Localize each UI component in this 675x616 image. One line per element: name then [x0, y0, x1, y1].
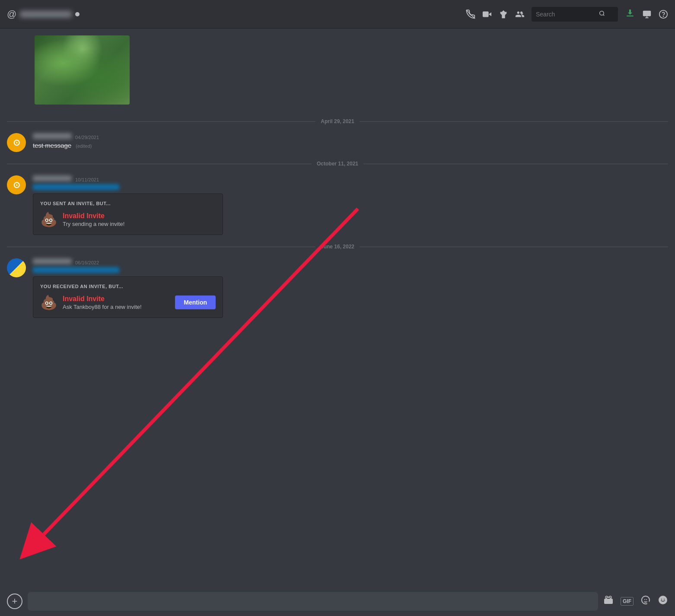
invite-sub-text-sent: Try sending a new invite!	[63, 221, 216, 227]
invalid-invite-text-received: Invalid Invite	[63, 295, 170, 303]
message-content-june: 06/16/2022 YOU RECEIVED AN INVITE, BUT..…	[33, 258, 668, 318]
message-link-october	[33, 184, 119, 190]
edited-label: (edited)	[76, 143, 92, 149]
username-april	[33, 133, 72, 139]
image-thumbnail[interactable]	[35, 35, 130, 105]
search-bar[interactable]	[532, 7, 618, 22]
timestamp-october: 10/11/2021	[75, 177, 99, 182]
download-icon[interactable]	[625, 8, 635, 21]
gif-button[interactable]: GIF	[621, 597, 634, 606]
svg-point-14	[659, 596, 667, 604]
invite-sub-text-received: Ask Tankboy88 for a new invite!	[63, 304, 170, 310]
date-divider-text-june: June 16, 2022	[315, 244, 360, 250]
top-bar: @	[0, 0, 675, 29]
sticker-icon[interactable]	[640, 595, 651, 608]
avatar-june	[7, 258, 26, 277]
video-icon[interactable]	[482, 10, 492, 19]
status-dot	[75, 12, 80, 16]
monitor-icon[interactable]	[642, 10, 652, 19]
input-actions: GIF	[603, 595, 668, 608]
divider-line-left	[7, 121, 315, 122]
svg-rect-5	[627, 16, 634, 16]
invalid-invite-text-sent: Invalid Invite	[63, 212, 216, 220]
date-divider-text: April 29, 2021	[315, 118, 359, 124]
voice-call-icon[interactable]	[466, 10, 475, 19]
message-header-october: 10/11/2021	[33, 175, 668, 182]
divider-line-left-oct	[7, 164, 312, 164]
divider-line-right-oct	[363, 164, 668, 164]
timestamp-april: 04/29/2021	[75, 135, 99, 140]
timestamp-june: 06/16/2022	[75, 260, 99, 265]
svg-rect-2	[483, 11, 489, 17]
invite-card-sent: YOU SENT AN INVITE, BUT... 💩 Invalid Inv…	[33, 194, 223, 235]
discord-logo-icon-oct: ⊙	[13, 180, 20, 190]
emoji-icon[interactable]	[658, 595, 668, 608]
username-october	[33, 175, 72, 181]
message-text-april: test message	[33, 142, 71, 149]
date-divider-june-2022: June 16, 2022	[0, 240, 675, 253]
message-header-june: 06/16/2022	[33, 258, 668, 265]
avatar-october: ⊙	[7, 175, 26, 194]
date-divider-april-2021: April 29, 2021	[0, 115, 675, 128]
svg-line-4	[603, 15, 605, 16]
poop-icon-sent: 💩	[40, 211, 57, 228]
invite-card-body-sent: 💩 Invalid Invite Try sending a new invit…	[40, 211, 216, 228]
pin-icon[interactable]	[499, 10, 508, 19]
username-display	[20, 11, 72, 18]
message-list: April 29, 2021 ⊙ 04/29/2021 test message…	[0, 29, 675, 587]
svg-point-3	[600, 11, 604, 15]
message-group-june: 06/16/2022 YOU RECEIVED AN INVITE, BUT..…	[0, 257, 675, 320]
message-group-october: ⊙ 10/11/2021 YOU SENT AN INVITE, BUT... …	[0, 174, 675, 237]
message-link-june	[33, 267, 119, 273]
invite-card-received: YOU RECEIVED AN INVITE, BUT... 💩 Invalid…	[33, 276, 223, 318]
svg-point-16	[664, 599, 665, 600]
top-bar-left: @	[7, 9, 461, 20]
svg-point-15	[661, 599, 662, 600]
help-icon[interactable]	[659, 10, 668, 19]
message-input[interactable]	[28, 592, 598, 611]
plus-icon: +	[12, 596, 18, 607]
message-content-october: 10/11/2021 YOU SENT AN INVITE, BUT... 💩 …	[33, 175, 668, 235]
date-divider-text-oct: October 11, 2021	[312, 161, 363, 167]
input-bar: + GIF	[0, 587, 675, 616]
search-icon	[599, 10, 605, 18]
invite-info-received: Invalid Invite Ask Tankboy88 for a new i…	[63, 295, 170, 310]
username-june	[33, 258, 72, 264]
invite-info-sent: Invalid Invite Try sending a new invite!	[63, 212, 216, 227]
top-bar-actions	[466, 7, 668, 22]
image-message	[0, 35, 675, 111]
search-input[interactable]	[536, 11, 596, 18]
divider-line-right	[360, 121, 668, 122]
add-friend-icon[interactable]	[515, 10, 525, 19]
message-content-april: 04/29/2021 test message (edited)	[33, 133, 668, 149]
svg-rect-6	[643, 10, 651, 16]
divider-line-right-june	[360, 247, 668, 247]
message-group-april: ⊙ 04/29/2021 test message (edited)	[0, 131, 675, 154]
poop-icon-received: 💩	[40, 294, 57, 311]
divider-line-left-june	[7, 247, 315, 247]
invite-card-title-sent: YOU SENT AN INVITE, BUT...	[40, 201, 216, 206]
mention-button[interactable]: Mention	[175, 295, 216, 309]
add-attachment-button[interactable]: +	[7, 594, 22, 609]
gift-icon[interactable]	[603, 595, 614, 608]
avatar-april: ⊙	[7, 133, 26, 152]
discord-logo-icon: ⊙	[13, 137, 20, 148]
invite-card-title-received: YOU RECEIVED AN INVITE, BUT...	[40, 284, 216, 289]
invite-card-body-received: 💩 Invalid Invite Ask Tankboy88 for a new…	[40, 294, 216, 311]
at-icon[interactable]: @	[7, 9, 16, 20]
date-divider-october-2021: October 11, 2021	[0, 157, 675, 170]
message-header-april: 04/29/2021	[33, 133, 668, 140]
svg-marker-1	[489, 12, 491, 16]
